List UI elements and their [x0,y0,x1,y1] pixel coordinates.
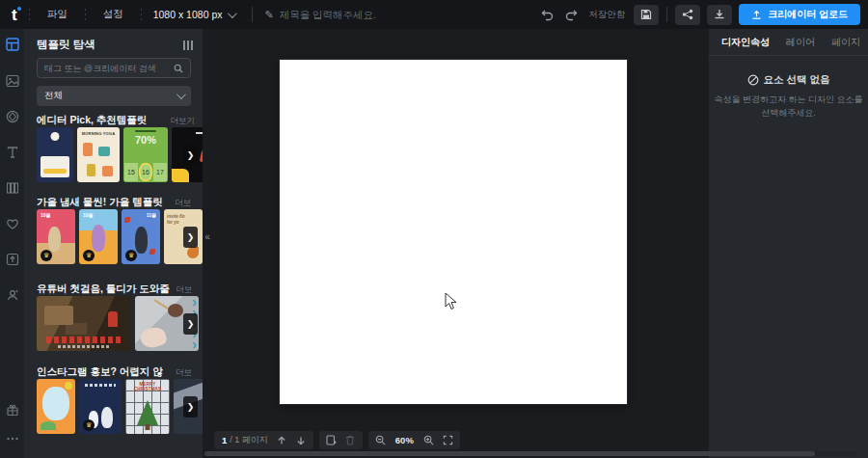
view-toggle-icon[interactable] [183,40,193,50]
more-dots-icon [6,437,19,441]
decorative-subtitle-text [58,345,110,348]
fit-screen-button[interactable] [440,432,456,448]
section-header: 에디터 Pick, 추천템플릿 더보기 [37,114,195,127]
tab-layers[interactable]: 레이어 [786,36,815,49]
menu-settings[interactable]: 설정 [88,0,139,29]
redo-button[interactable] [562,6,580,23]
row-next-button[interactable]: ❯ [183,145,198,166]
template-panel: 템플릿 탐색 전체 에디터 Pick, 추천템플릿 더보기 MORNING YO… [24,29,203,458]
rabbit-shape [48,227,61,252]
template-thumbnail[interactable] [37,127,73,182]
premium-crown-badge: ♛ [41,250,52,261]
template-thumbnail[interactable]: ♛ [79,379,122,434]
sidebar-item-images[interactable] [0,68,24,94]
decorative-text-line [85,384,116,387]
red-shape [200,150,203,163]
empty-selection-state: 요소 선택 없음 속성을 변경하고자 하는 디자인 요소를 선택해주세요. [709,73,868,121]
page-up-button[interactable] [274,432,290,448]
template-row: 10월 ♛ 10월 ♛ 11월 ♛ invite flofor yo ❯ [37,209,203,264]
edit-title-icon: ✎ [264,9,273,21]
page-current: 1 [222,435,227,445]
gift-icon [6,403,19,417]
calendar-strip: 15 16 17 [123,163,168,182]
sidebar-item-templates[interactable] [0,32,24,57]
tab-design-properties[interactable]: 디자인속성 [721,36,770,49]
properties-panel: 디자인속성 레이어 페이지 요소 선택 없음 속성을 변경하고자 하는 디자인 … [709,29,868,458]
title-input[interactable] [280,9,539,20]
moon-shape [51,132,60,141]
sidebar-item-creator[interactable] [0,283,24,308]
creator-upload-button[interactable]: 크리에이터 업로드 [739,4,860,25]
menu-file[interactable]: 파일 [32,0,83,29]
calendar-day-selected: 16 [139,163,152,181]
template-thumbnail[interactable] [37,379,75,434]
app-logo[interactable]: t [12,7,17,23]
undo-icon [541,9,554,21]
discount-text: 70% [123,134,168,146]
redo-icon [565,9,578,21]
christmas-tree-shape [137,400,158,425]
canvas-size-select[interactable]: 1080 x 1080 px [144,0,245,29]
template-thumbnail[interactable]: 10월 ♛ [79,209,118,264]
zoom-out-icon [375,435,386,445]
properties-tabs: 디자인속성 레이어 페이지 [709,29,868,56]
divider [141,9,142,20]
text-icon [6,146,19,159]
page-down-button[interactable] [293,432,310,448]
horizontal-scrollbar[interactable] [204,451,856,456]
sidebar-item-elements[interactable] [0,104,24,129]
horizontal-scrollbar-thumb[interactable] [204,451,815,456]
page-controls: 1 / 1 페이지 [214,431,313,449]
template-thumbnail[interactable]: MORNING YOGA [77,127,120,182]
panel-collapse-button[interactable]: « [201,222,214,251]
arrow-down-icon [296,436,306,445]
creator-upload-label: 크리에이터 업로드 [768,8,848,21]
yoga-figure [98,147,110,156]
sidebar-item-more[interactable] [0,426,24,451]
undo-button[interactable] [538,6,556,23]
search-input[interactable] [44,64,174,73]
invite-text: for yo [167,220,179,225]
app-window: { "topbar": { "logo": "t", "menu": { "fi… [0,0,868,458]
sidebar-item-uploads[interactable] [0,247,24,272]
panel-header: 템플릿 탐색 [37,38,193,52]
calendar-day: 15 [124,163,138,181]
template-thumbnail[interactable]: MERRY CHRISTMAS [125,379,170,434]
empty-desc-line2: 선택해주세요. [761,108,816,118]
template-thumbnail[interactable]: 70% 15 16 17 [123,127,168,182]
row-next-button[interactable]: ❯ [183,227,198,248]
add-page-icon [326,435,337,445]
zoom-level[interactable]: 60% [392,435,418,445]
tree-trunk-shape [146,424,150,430]
sidebar-item-background[interactable] [0,175,24,201]
image-icon [6,74,19,88]
sidebar-item-text[interactable] [0,140,24,165]
zoom-in-button[interactable] [420,432,437,448]
save-button[interactable] [634,5,659,25]
download-button[interactable] [707,5,732,25]
template-thumbnail[interactable] [37,296,131,351]
premium-crown-badge: ♛ [125,250,137,261]
expand-icon [443,435,453,445]
section-title: 에디터 Pick, 추천템플릿 [37,114,147,127]
card-shape [41,156,69,177]
trash-icon [345,435,355,445]
row-next-button[interactable]: ❯ [183,313,198,335]
delete-page-button[interactable] [342,432,359,448]
empty-desc-line1: 속성을 변경하고자 하는 디자인 요소를 [714,94,862,104]
tab-pages[interactable]: 페이지 [831,36,860,49]
template-thumbnail[interactable]: 11월 ♛ [122,209,160,264]
sidebar-item-favorites[interactable] [0,211,24,236]
row-next-button[interactable]: ❯ [183,396,198,418]
category-select[interactable]: 전체 [37,86,191,106]
design-canvas[interactable] [280,60,627,404]
template-thumbnail[interactable]: 10월 ♛ [37,209,75,264]
save-icon [640,9,652,20]
search-icon [174,64,183,73]
rabbit-shape [135,227,148,254]
zoom-out-button[interactable] [372,432,389,448]
share-button[interactable] [675,5,700,25]
sidebar-item-gift[interactable] [0,397,24,422]
more-link[interactable]: 더보기 [171,116,196,127]
add-page-button[interactable] [323,432,339,448]
